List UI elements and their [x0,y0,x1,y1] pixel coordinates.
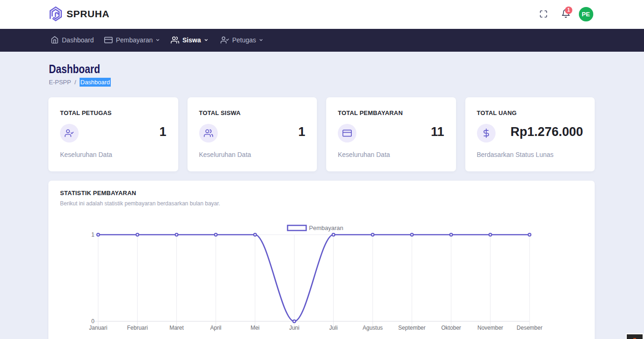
svg-text:Juli: Juli [329,325,338,331]
svg-text:September: September [398,325,426,331]
svg-text:Maret: Maret [169,325,184,331]
svg-text:Agustus: Agustus [362,325,382,331]
svg-text:November: November [477,325,503,331]
svg-text:Januari: Januari [89,325,107,331]
svg-text:Oktober: Oktober [441,325,461,331]
svg-text:April: April [210,325,221,331]
svg-text:1: 1 [91,231,94,238]
svg-text:0: 0 [91,318,94,325]
svg-text:Mei: Mei [250,325,259,331]
svg-text:Pembayaran: Pembayaran [309,224,343,231]
svg-text:Februari: Februari [127,325,148,331]
svg-text:Desember: Desember [517,325,542,331]
svg-text:Juni: Juni [289,325,299,331]
